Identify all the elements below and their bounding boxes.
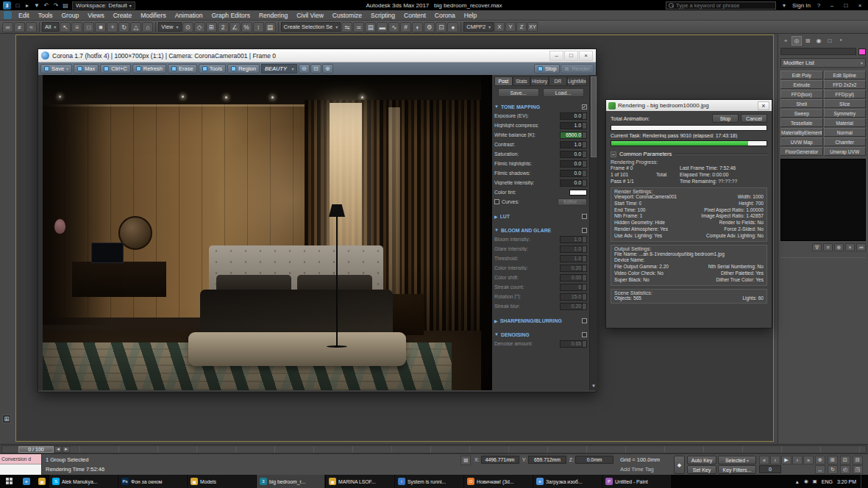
menu-item[interactable]: Corona — [430, 10, 460, 20]
taskbar-app-button[interactable]: ▣ MARINA LSOF... — [326, 475, 394, 488]
maximize-button[interactable]: □ — [841, 1, 851, 10]
minimize-button[interactable]: – — [827, 1, 837, 10]
set-keys-button[interactable]: ◆ — [674, 456, 685, 474]
modifier-button[interactable]: Normal — [824, 128, 867, 137]
modifier-button[interactable]: Chamfer — [824, 137, 867, 146]
reference-coordinate-dropdown[interactable]: View▾ — [158, 22, 181, 32]
angle-snap-icon[interactable]: ∠ — [230, 22, 241, 32]
parameter-spinner[interactable]: 0.65 — [560, 340, 587, 348]
vfb-refresh-button[interactable]: Refresh — [132, 64, 166, 73]
scroll-down-arrow-icon[interactable]: ▼ — [590, 382, 597, 390]
common-parameters-header[interactable]: – Common Parameters — [611, 151, 767, 157]
parameter-spinner[interactable]: 0.20 — [560, 265, 587, 272]
modifier-button[interactable]: Symmetry — [824, 109, 867, 118]
tone-mapping-section-header[interactable]: ▼ TONE MAPPING ✓ — [494, 102, 587, 111]
percent-snap-icon[interactable]: % — [241, 22, 252, 32]
vfb-panel-tab[interactable]: DR — [549, 76, 567, 86]
vfb-copy-button[interactable]: Ctrl+C — [100, 64, 130, 73]
modifier-button[interactable]: Unwrap UVW — [824, 147, 867, 156]
parameter-spinner[interactable]: 0.0 — [560, 160, 587, 168]
denoising-section-header[interactable]: ▼ DENOISING — [494, 330, 587, 339]
denoising-checkbox[interactable] — [582, 332, 587, 337]
vfb-save-button[interactable]: Save▾ — [40, 64, 72, 73]
vfb-config-save-button[interactable]: Save... — [498, 88, 539, 97]
vfb-channel-dropdown[interactable]: BEAUTY▾ — [261, 64, 297, 73]
taskbar-app-button[interactable]: ▣ Models — [188, 475, 256, 488]
motion-tab-icon[interactable]: ◉ — [814, 36, 824, 46]
keyboard-override-icon[interactable]: ⊞ — [206, 22, 217, 32]
set-key-button[interactable]: Set Key — [687, 465, 716, 474]
axis-constraint-button[interactable]: Y — [505, 22, 516, 32]
zoom-all-icon[interactable]: ⊞ — [828, 456, 838, 464]
stop-render-button[interactable]: Stop — [712, 114, 739, 123]
taskbar-app-button[interactable]: Ps Фон за окном — [118, 475, 187, 488]
material-editor-icon[interactable]: ◐ — [412, 22, 423, 32]
sharpening-checkbox[interactable] — [582, 318, 587, 323]
lut-checkbox[interactable] — [582, 214, 587, 219]
rendered-image[interactable] — [43, 75, 492, 390]
menu-item[interactable]: Views — [83, 10, 109, 20]
menu-item[interactable]: Content — [399, 10, 430, 20]
time-slider-handle[interactable]: 0 / 100 — [18, 446, 54, 453]
rendered-frame-window-icon[interactable]: ⊡ — [435, 22, 447, 32]
add-time-tag[interactable]: Add Time Tag — [620, 466, 654, 473]
rectangular-selection-region-icon[interactable]: □ — [83, 22, 94, 32]
vfb-zoom-out-icon[interactable]: ⊖ — [299, 64, 310, 73]
parameter-spinner[interactable]: 0.0 — [560, 112, 587, 120]
bloom-glare-section-header[interactable]: ▼ BLOOM AND GLARE — [494, 226, 587, 234]
snap-toggle-icon[interactable]: 2 — [218, 22, 229, 32]
workspace-dropdown[interactable]: Workspace: Default▾ — [72, 1, 135, 10]
named-set-combo[interactable]: CMPP2▾ — [463, 22, 494, 32]
unlink-selection-icon[interactable]: ≠ — [14, 22, 25, 32]
project-folder-icon[interactable]: ▤ — [61, 1, 70, 10]
tray-volume-icon[interactable]: ▣ — [813, 478, 817, 484]
parameter-spinner[interactable]: 6500.0 — [560, 132, 587, 139]
taskbar-app-button[interactable]: 3 big bedroom_r... — [257, 475, 325, 488]
taskbar-app-button[interactable]: e Загрузка изоб... — [533, 475, 602, 488]
menu-item[interactable]: Edit — [14, 10, 34, 20]
select-by-name-icon[interactable]: ≡ — [71, 22, 82, 32]
menu-item[interactable]: Help — [460, 10, 481, 20]
vfb-close-button[interactable]: × — [579, 51, 593, 61]
cancel-render-button[interactable]: Cancel — [741, 114, 767, 123]
chevron-down-icon[interactable]: ▾ — [780, 1, 789, 10]
menu-item[interactable]: Graph Editors — [207, 10, 254, 20]
select-and-place-icon[interactable]: ⌂ — [142, 22, 153, 32]
modifier-button[interactable]: Extrude — [780, 80, 823, 89]
zoom-icon[interactable]: ⊕ — [815, 456, 825, 464]
new-scene-icon[interactable]: □ — [13, 1, 22, 10]
browser-pinned-icon[interactable]: e — [19, 475, 34, 488]
open-file-icon[interactable]: ▸ — [23, 1, 32, 10]
vfb-maximize-button[interactable]: □ — [564, 51, 578, 61]
parameter-spinner[interactable]: 0.00 — [560, 274, 587, 281]
color-tint-swatch[interactable] — [569, 190, 587, 195]
vfb-tools-button[interactable]: Tools — [199, 64, 227, 73]
pan-icon[interactable]: ↔ — [815, 465, 825, 474]
selected-dropdown[interactable]: Selected ▾ — [718, 456, 756, 464]
start-button[interactable] — [0, 475, 19, 488]
vfb-panel-tab[interactable]: Post — [494, 76, 513, 86]
axis-constraint-button[interactable]: XY — [527, 22, 538, 32]
use-center-icon[interactable]: ⊙ — [182, 22, 193, 32]
modifier-button[interactable]: MaterialByElement — [780, 128, 823, 137]
vfb-minimize-button[interactable]: – — [549, 51, 563, 61]
modifier-list-dropdown[interactable]: Modifier List▾ — [780, 58, 866, 68]
taskbar-app-button[interactable]: O Новичкам! (3d... — [464, 475, 533, 488]
axis-constraint-button[interactable]: Z — [516, 22, 527, 32]
vfb-erase-button[interactable]: Erase — [168, 64, 197, 73]
dialog-close-button[interactable]: × — [758, 101, 769, 110]
vfb-send-to-max-button[interactable]: Max — [74, 64, 99, 73]
select-and-move-icon[interactable]: + — [107, 22, 118, 32]
orbit-icon[interactable]: ↻ — [828, 465, 838, 474]
axis-constraint-button[interactable]: X — [494, 22, 505, 32]
vfb-zoom-reset-icon[interactable]: ⊡ — [310, 64, 321, 73]
bind-to-space-warp-icon[interactable]: ≈ — [26, 22, 37, 32]
vfb-zoom-in-icon[interactable]: ⊕ — [322, 64, 333, 73]
menu-item[interactable]: Modifiers — [136, 10, 170, 20]
tray-expand-icon[interactable]: ▲ — [794, 479, 799, 484]
show-desktop-button[interactable] — [861, 475, 864, 488]
parameter-spinner[interactable]: 0.0 — [560, 179, 587, 187]
next-frame-icon[interactable]: › — [792, 456, 803, 464]
zoom-region-icon[interactable]: ⊟ — [853, 456, 863, 464]
menu-item[interactable]: Group — [57, 10, 84, 20]
